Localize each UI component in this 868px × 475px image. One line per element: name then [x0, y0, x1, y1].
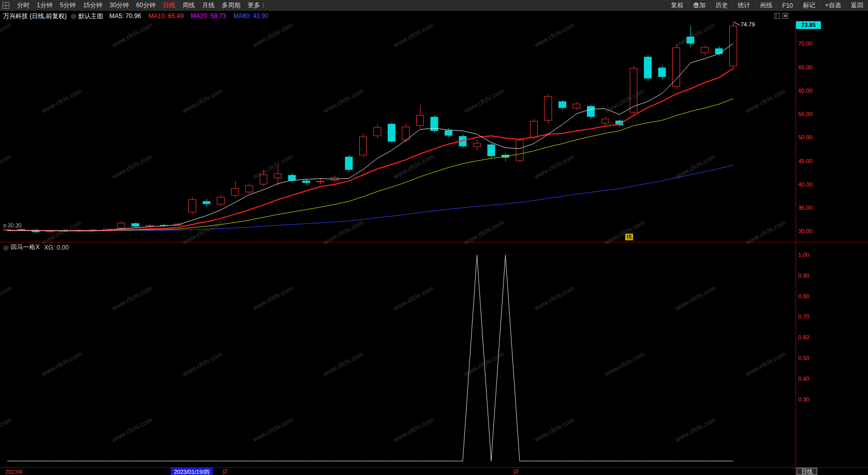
main-chart-selector-icon[interactable]: ◎ [71, 13, 76, 19]
tag-lines-icon: ≣ [3, 223, 7, 228]
ma-label-0: MA5: 70.96 [109, 12, 141, 20]
toolbar-actions: 复权叠加历史统计画线F10标记+自选返回 [666, 0, 868, 11]
ma-values: MA5: 70.96MA10: 65.49MA20: 58.73MA60: 43… [109, 12, 269, 20]
period-60min[interactable]: 60分钟 [133, 1, 159, 10]
back-button[interactable]: 返回 [846, 1, 868, 10]
indicator-axis-label: 0.90 [798, 272, 809, 279]
high-price-annotation: 74.79 [741, 21, 755, 27]
period-timeshare[interactable]: 分时 [13, 1, 33, 10]
period-30min[interactable]: 30分钟 [106, 1, 133, 10]
price-axis-label: 50.00 [798, 134, 813, 140]
indicator-name: 回马一枪X [10, 243, 39, 252]
period-1min[interactable]: 1分钟 [33, 1, 56, 10]
period-weekly[interactable]: 周线 [179, 1, 198, 10]
ma-label-2: MA20: 58.73 [191, 12, 226, 20]
x-axis-date-highlight: 2023/01/19/四 [171, 468, 213, 475]
history-button[interactable]: 历史 [710, 1, 732, 10]
indicator-selector-icon[interactable]: ◎ [3, 244, 8, 251]
indicator-axis: 1.000.900.800.700.600.500.400.30 [797, 0, 828, 475]
x-axis-marker: |3 [513, 468, 518, 474]
draw-line-button[interactable]: 画线 [755, 1, 777, 10]
pane-maximize-icon[interactable] [783, 13, 788, 19]
indicator-axis-label: 0.50 [798, 355, 809, 361]
period-15min[interactable]: 15分钟 [79, 1, 106, 10]
app-window: 分时1分钟5分钟15分钟30分钟60分钟日线周线月线多周期更多 〉 复权叠加历史… [0, 0, 868, 475]
indicator-axis-label: 0.60 [798, 334, 809, 340]
price-axis-label: 35.00 [798, 205, 813, 211]
indicator-header: ◎ 回马一枪X XG: 0.00 [0, 243, 69, 251]
latest-price-tag: 73.85 [796, 21, 821, 29]
ma-label-3: MA60: 43.90 [233, 12, 269, 20]
left-price-tag: ≣30.30 [3, 222, 22, 228]
scale-divider [796, 21, 796, 475]
period-daily[interactable]: 日线 [159, 1, 179, 10]
mark-button[interactable]: 标记 [798, 1, 820, 10]
price-axis-label: 70.00 [798, 40, 813, 47]
period-monthly[interactable]: 月线 [198, 1, 218, 10]
period-5min[interactable]: 5分钟 [56, 1, 80, 10]
main-chart-label: 默认主图 [78, 12, 103, 21]
indicator-chart[interactable] [0, 252, 796, 466]
add-watchlist-button[interactable]: +自选 [820, 1, 846, 10]
price-axis-label: 30.00 [798, 228, 813, 234]
period-tabs: 分时1分钟5分钟15分钟30分钟60分钟日线周线月线多周期更多 〉 [13, 0, 272, 11]
price-axis-label: 55.00 [798, 111, 813, 117]
pane-icons [774, 13, 788, 19]
price-axis-label: 60.00 [798, 88, 813, 94]
price-axis: 70.0065.0060.0055.0050.0045.0040.0035.00… [797, 0, 828, 475]
price-axis-label: 40.00 [798, 181, 813, 188]
indicator-axis-label: 1.00 [798, 252, 809, 258]
adjust-button[interactable]: 复权 [666, 1, 688, 10]
f10-button[interactable]: F10 [777, 2, 798, 9]
indicator-axis-label: 0.80 [798, 293, 809, 299]
indicator-axis-label: 0.30 [798, 396, 809, 402]
chart-title-bar: 万兴科技 (日线,前复权) ◎ 默认主图 MA5: 70.96MA10: 65.… [0, 11, 868, 21]
indicator-value: XG: 0.00 [45, 244, 69, 251]
ma-label-1: MA10: 65.49 [149, 12, 184, 20]
left-price-tag-value: 30.30 [7, 222, 22, 228]
period-box[interactable]: 日线 [797, 468, 817, 475]
indicator-axis-label: 0.40 [798, 376, 809, 382]
x-axis: 2023年2023/01/19/四|2|3 [0, 468, 868, 475]
panel-divider [0, 242, 868, 242]
period-more[interactable]: 更多 〉 [244, 1, 271, 10]
stock-title: 万兴科技 (日线,前复权) [3, 12, 67, 21]
overlay-button[interactable]: 叠加 [688, 1, 710, 10]
toolbar: 分时1分钟5分钟15分钟30分钟60分钟日线周线月线多周期更多 〉 复权叠加历史… [0, 0, 868, 11]
x-axis-marker: |2 [223, 468, 227, 474]
price-axis-label: 45.00 [798, 158, 813, 164]
period-multi[interactable]: 多周期 [218, 1, 244, 10]
candle-marker-tag: 桃 [625, 234, 633, 240]
price-axis-label: 65.00 [798, 64, 813, 70]
statistics-button[interactable]: 统计 [732, 1, 755, 10]
indicator-axis-label: 0.70 [798, 313, 809, 320]
x-axis-marker: 2023年 [5, 468, 23, 475]
main-price-chart[interactable] [0, 21, 796, 242]
app-menu-icon[interactable] [3, 2, 9, 9]
pane-layout-icon[interactable] [774, 13, 780, 19]
